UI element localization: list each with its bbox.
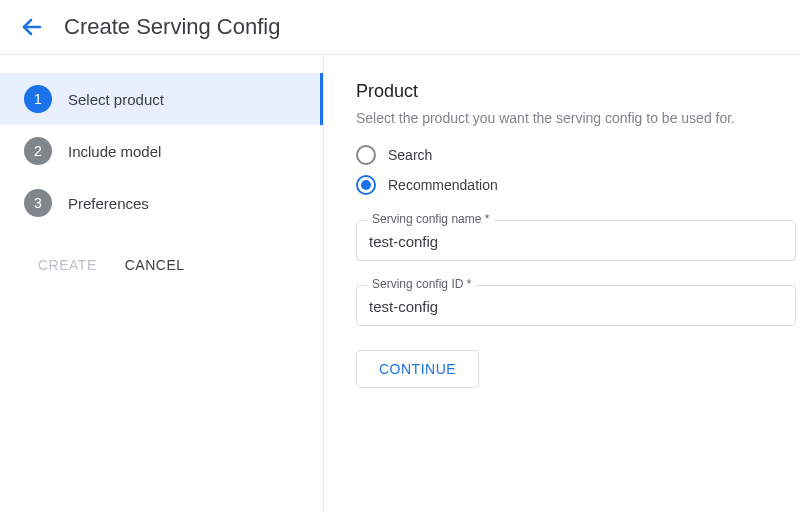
back-arrow-icon[interactable] [20,15,44,39]
step-number-icon: 3 [24,189,52,217]
section-description: Select the product you want the serving … [356,110,800,126]
radio-recommendation[interactable]: Recommendation [356,170,800,200]
step-number-icon: 1 [24,85,52,113]
section-title: Product [356,81,800,102]
step-preferences[interactable]: 3 Preferences [0,177,323,229]
radio-label: Recommendation [388,177,498,193]
serving-config-id-field[interactable]: Serving config ID * [356,285,796,326]
step-label: Preferences [68,195,149,212]
serving-config-name-input[interactable] [369,229,783,250]
radio-icon [356,175,376,195]
page-title: Create Serving Config [64,14,280,40]
serving-config-id-input[interactable] [369,294,783,315]
radio-icon [356,145,376,165]
radio-search[interactable]: Search [356,140,800,170]
serving-config-name-field[interactable]: Serving config name * [356,220,796,261]
step-number-icon: 2 [24,137,52,165]
step-label: Include model [68,143,161,160]
radio-label: Search [388,147,432,163]
step-select-product[interactable]: 1 Select product [0,73,323,125]
product-radio-group: Search Recommendation [356,140,800,200]
main-panel: Product Select the product you want the … [324,55,800,512]
step-include-model[interactable]: 2 Include model [0,125,323,177]
continue-button[interactable]: Continue [356,350,479,388]
stepper-sidebar: 1 Select product 2 Include model 3 Prefe… [0,55,324,512]
field-label: Serving config name * [367,212,494,226]
step-label: Select product [68,91,164,108]
field-label: Serving config ID * [367,277,476,291]
cancel-button[interactable]: Cancel [125,257,185,273]
create-button: Create [38,257,97,273]
page-header: Create Serving Config [0,0,800,55]
